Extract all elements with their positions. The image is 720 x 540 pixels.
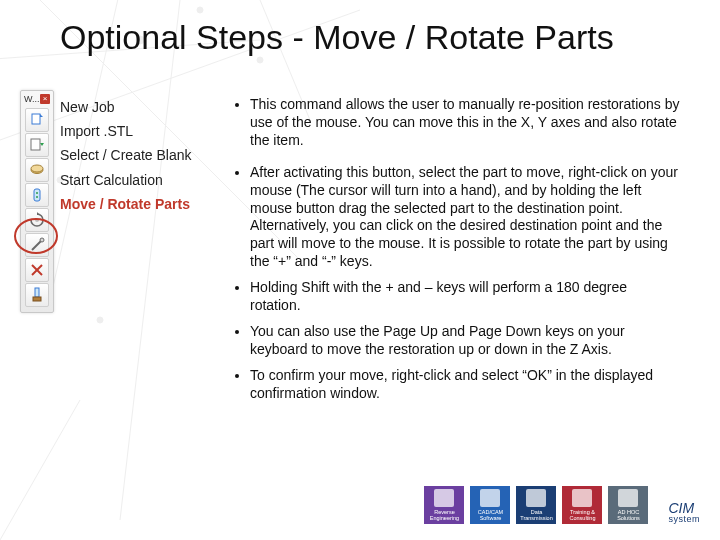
bullet-item: After activating this button, select the… [250,164,680,271]
select-blank-icon [29,162,45,178]
brand-main: CIM [668,501,694,515]
footer-logos: Reverse Engineering CAD/CAM Software Dat… [424,486,700,524]
import-stl-button[interactable] [25,133,49,157]
content-area: This command allows the user to manually… [232,96,680,411]
nav-item-move-rotate: Move / Rotate Parts [60,195,220,213]
brand-logo: CIM system [668,501,700,524]
svg-point-21 [35,218,39,222]
footer-box: Reverse Engineering [424,486,464,524]
footer-box-label: CAD/CAM Software [472,509,508,521]
svg-point-18 [36,192,38,194]
start-calc-button[interactable] [25,183,49,207]
svg-point-11 [197,7,203,13]
wizard-steps-list: New Job Import .STL Select / Create Blan… [60,92,220,219]
svg-rect-26 [33,297,41,301]
close-icon[interactable]: × [40,94,50,104]
footer-box-label: Data Transmission [518,509,554,521]
footer-box-icon [480,489,500,507]
svg-rect-25 [35,288,39,297]
tool-b-icon [29,262,45,278]
svg-line-3 [120,0,180,520]
footer-box: CAD/CAM Software [470,486,510,524]
tool-c-icon [29,287,45,303]
footer-box-icon [572,489,592,507]
svg-point-10 [97,317,103,323]
toolbar-titlebar: W... × [23,93,51,107]
svg-rect-14 [31,139,40,150]
footer-box: Training & Consulting [562,486,602,524]
svg-point-9 [257,57,263,63]
svg-marker-20 [37,212,40,215]
toolbar-title: W... [24,94,40,104]
start-calc-icon [29,187,45,203]
move-rotate-button[interactable] [25,208,49,232]
nav-item-new-job: New Job [60,98,220,116]
footer-box-label: AD HOC Solutions [610,509,646,521]
page-title: Optional Steps - Move / Rotate Parts [60,18,680,57]
footer-box-label: Training & Consulting [564,509,600,521]
bullet-item: To confirm your move, right-click and se… [250,367,680,403]
tool-c-button[interactable] [25,283,49,307]
move-rotate-icon [29,212,45,228]
bullet-item: You can also use the Page Up and Page Do… [250,323,680,359]
tool-a-icon [29,237,45,253]
tool-a-button[interactable] [25,233,49,257]
new-job-button[interactable] [25,108,49,132]
footer-box-icon [526,489,546,507]
svg-point-22 [40,238,44,242]
tool-b-button[interactable] [25,258,49,282]
brand-sub: system [668,515,700,524]
bullet-item: Holding Shift with the + and – keys will… [250,279,680,315]
footer-box-icon [618,489,638,507]
svg-point-19 [36,196,38,198]
wizard-toolbar: W... × [20,90,54,313]
nav-item-import-stl: Import .STL [60,122,220,140]
svg-rect-17 [34,189,40,201]
svg-line-6 [0,400,80,540]
footer-box: AD HOC Solutions [608,486,648,524]
bullet-item: This command allows the user to manually… [250,96,680,150]
svg-rect-12 [32,114,40,124]
nav-item-select-blank: Select / Create Blank [60,146,220,164]
footer-box-label: Reverse Engineering [426,509,462,521]
svg-point-16 [31,165,43,172]
footer-box-icon [434,489,454,507]
footer-box: Data Transmission [516,486,556,524]
new-job-icon [29,112,45,128]
nav-item-start-calc: Start Calculation [60,171,220,189]
import-stl-icon [29,137,45,153]
select-blank-button[interactable] [25,158,49,182]
